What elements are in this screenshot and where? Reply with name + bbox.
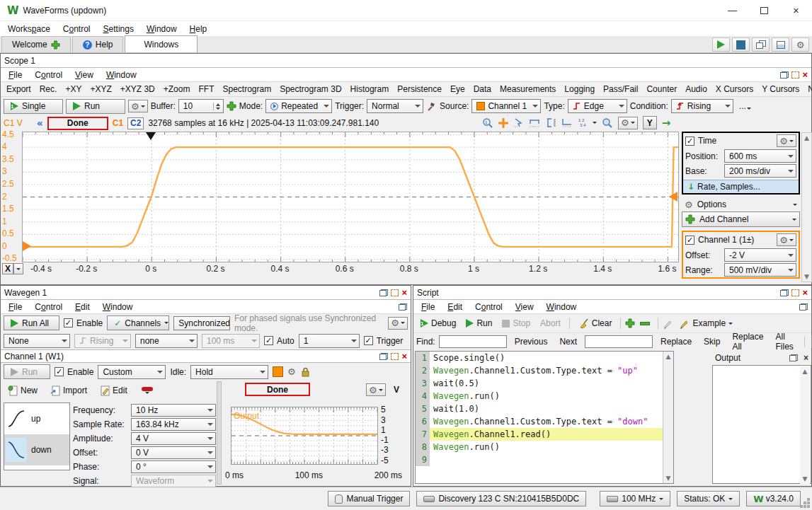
minimize-icon[interactable]: — bbox=[716, 0, 748, 21]
parameter-select[interactable]: Waveform bbox=[131, 475, 216, 487]
scope-menu-item[interactable]: Window bbox=[100, 69, 143, 81]
scope-side-scrollbar[interactable]: ▲ ▼ bbox=[801, 132, 812, 282]
scope-toolbar-item[interactable]: Measurements bbox=[496, 84, 560, 94]
close-icon[interactable]: × bbox=[780, 0, 812, 21]
restore-icon[interactable] bbox=[399, 303, 407, 311]
wait-select[interactable]: none bbox=[135, 334, 198, 348]
trigger-level-marker-icon[interactable] bbox=[669, 192, 677, 202]
scope-toolbar-item[interactable]: FFT bbox=[194, 84, 218, 94]
rename-pencil-icon[interactable] bbox=[663, 318, 673, 329]
time-checkbox[interactable]: ✓Time bbox=[685, 136, 716, 146]
waveform-list-item[interactable]: up bbox=[4, 403, 69, 434]
channels-dropdown[interactable]: ✓ Channels bbox=[107, 315, 169, 330]
parameter-select[interactable]: 10 Hz bbox=[131, 404, 216, 417]
cursors-1234-icon[interactable]: 1 23 4 bbox=[578, 117, 588, 128]
scope-toolbar-item[interactable]: +Zoom bbox=[159, 84, 195, 94]
clear-button[interactable]: Clear bbox=[574, 316, 617, 330]
stop-all-icon[interactable] bbox=[732, 37, 750, 52]
scroll-down-icon[interactable]: ▼ bbox=[803, 475, 808, 482]
restore-icon[interactable] bbox=[379, 353, 388, 360]
edit-button[interactable]: Edit bbox=[96, 383, 132, 398]
scope-toolbar-item[interactable]: Eye bbox=[446, 84, 469, 94]
trigger-checkbox[interactable]: ✓Trigger bbox=[364, 336, 404, 346]
scroll-down-icon[interactable]: ▼ bbox=[666, 475, 671, 482]
channel-run-button[interactable]: Run bbox=[4, 364, 50, 379]
wavegen-enable-checkbox[interactable]: ✓Enable bbox=[64, 318, 103, 328]
trigger-source-select[interactable]: None bbox=[4, 334, 70, 348]
code-line[interactable]: 7Wavegen.Channel1.read() bbox=[416, 428, 663, 441]
plot-gear-button[interactable]: ⚙ bbox=[618, 117, 638, 129]
add-channel-button[interactable]: Add Channel bbox=[682, 211, 800, 227]
import-button[interactable]: Import bbox=[46, 383, 91, 398]
gear-icon[interactable]: ⚙ bbox=[791, 37, 809, 52]
new-button[interactable]: New bbox=[4, 383, 42, 398]
manual-trigger-button[interactable]: Manual Trigger bbox=[328, 491, 410, 506]
example-button[interactable]: Example bbox=[675, 316, 737, 330]
cursors-caret-icon[interactable] bbox=[593, 122, 597, 124]
add-script-icon[interactable] bbox=[625, 318, 635, 328]
code-line[interactable]: 2Wavegen.Channel1.Custom.Type.text = "up… bbox=[416, 364, 663, 377]
code-line[interactable]: 1Scope.single() bbox=[416, 352, 663, 364]
script-maximize-icon[interactable] bbox=[791, 289, 799, 296]
channel1-gear-button[interactable]: ⚙ bbox=[777, 233, 796, 246]
channel-color-swatch[interactable] bbox=[273, 366, 283, 377]
close-output-icon[interactable]: × bbox=[804, 353, 808, 363]
repeat-count-select[interactable]: 1 bbox=[299, 334, 360, 348]
horizontal-cursor-icon[interactable] bbox=[529, 117, 540, 128]
channel2-tab[interactable]: C2 bbox=[127, 117, 144, 129]
scope-maximize-icon[interactable] bbox=[791, 71, 799, 79]
auto-checkbox[interactable]: ✓Auto bbox=[264, 336, 295, 346]
code-line[interactable]: 3wait(0.5) bbox=[416, 377, 663, 390]
scope-titlebar[interactable]: Scope 1 bbox=[1, 54, 811, 68]
code-scrollbar[interactable]: ▲ ▼ bbox=[663, 352, 673, 483]
run-button[interactable]: Run bbox=[66, 99, 125, 114]
gear-icon[interactable]: ⚙ bbox=[287, 367, 296, 376]
crosshair-icon[interactable] bbox=[498, 118, 508, 128]
cascade-windows-icon[interactable] bbox=[752, 37, 770, 52]
scope-close-icon[interactable]: × bbox=[802, 71, 808, 79]
scope-toolbar-item[interactable]: Export bbox=[2, 84, 35, 94]
code-line[interactable]: 8Wavegen.run() bbox=[416, 441, 663, 453]
scope-toolbar-item[interactable]: Audio bbox=[681, 84, 711, 94]
script-restore-icon[interactable] bbox=[780, 289, 789, 296]
code-line[interactable]: 9 bbox=[416, 453, 663, 466]
zoom-tool-icon[interactable] bbox=[602, 117, 613, 129]
tab-windows[interactable]: Windows bbox=[125, 35, 198, 52]
run-all-icon[interactable] bbox=[712, 37, 730, 52]
menu-item[interactable]: Help bbox=[183, 23, 214, 35]
script-menu-item[interactable]: Edit bbox=[441, 301, 469, 313]
code-line[interactable]: 6Wavegen.Channel1.Custom.Type.text = "do… bbox=[416, 415, 663, 428]
single-button[interactable]: 1 Single bbox=[4, 99, 63, 114]
script-menu-item[interactable]: File bbox=[415, 301, 441, 313]
tab-help[interactable]: ? Help bbox=[72, 36, 124, 52]
device-button[interactable]: Discovery 123 C SN:210415B5D0DC bbox=[416, 491, 586, 506]
sync-mode-select[interactable]: Synchronized bbox=[173, 316, 230, 330]
debug-button[interactable]: 1 Debug bbox=[416, 316, 460, 330]
waveform-list-item[interactable]: down bbox=[4, 434, 69, 465]
scope-toolbar-item[interactable]: Logging bbox=[560, 84, 599, 94]
wavegen-close-icon[interactable]: × bbox=[401, 289, 407, 296]
script-menu-item[interactable]: Window bbox=[540, 301, 583, 313]
find-input[interactable] bbox=[439, 335, 507, 348]
stop-button[interactable]: Stop bbox=[498, 316, 534, 330]
script-menu-item[interactable]: Control bbox=[469, 301, 509, 313]
position-select[interactable]: 600 ms bbox=[724, 149, 796, 163]
resize-grip[interactable] bbox=[807, 505, 810, 508]
status-button[interactable]: Status: OK bbox=[677, 491, 740, 506]
channel-enable-checkbox[interactable]: ✓Enable bbox=[55, 367, 93, 377]
splitter-handle[interactable] bbox=[217, 381, 222, 485]
menu-item[interactable]: Settings bbox=[97, 23, 140, 35]
parameter-select[interactable]: 0 ° bbox=[131, 460, 216, 473]
scope-menu-item[interactable]: View bbox=[69, 69, 100, 81]
find-next-button[interactable]: Next bbox=[555, 335, 581, 349]
parameter-select[interactable]: 4 V bbox=[131, 432, 216, 445]
version-button[interactable]: W v3.24.0 bbox=[746, 491, 801, 506]
scope-menu-item[interactable]: Control bbox=[28, 69, 69, 81]
range-select[interactable]: 500 mV/div bbox=[724, 263, 796, 277]
run-script-button[interactable]: Run bbox=[462, 316, 496, 330]
trigger-condition-select[interactable]: Rising bbox=[671, 99, 733, 113]
wavegen-menu-item[interactable]: File bbox=[2, 301, 28, 313]
trigger-type-select[interactable]: Edge bbox=[568, 99, 627, 113]
options-row[interactable]: ⚙ Options bbox=[682, 197, 800, 211]
scope-toolbar-item[interactable]: Notes bbox=[804, 84, 812, 94]
